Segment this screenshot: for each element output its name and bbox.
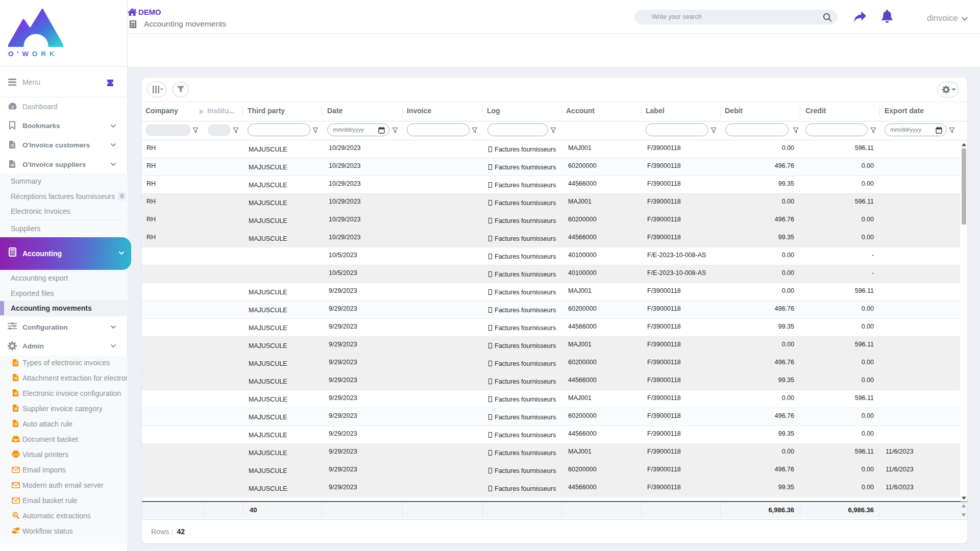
svg-text:O'WORK: O'WORK (8, 50, 58, 58)
